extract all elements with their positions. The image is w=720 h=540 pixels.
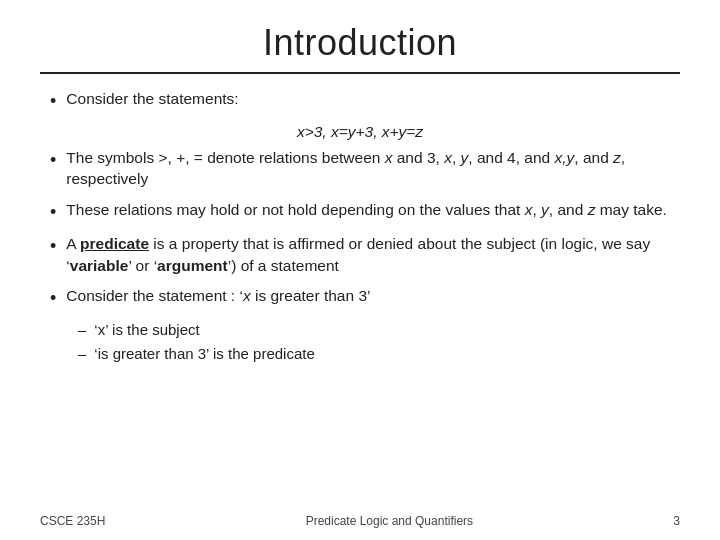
bullet-item-4: • A predicate is a property that is affi… <box>50 233 670 276</box>
slide-title: Introduction <box>263 22 457 63</box>
bullet-item-2: • The symbols >, +, = denote relations b… <box>50 147 670 190</box>
footer-right: 3 <box>673 514 680 528</box>
slide: Introduction • Consider the statements: … <box>0 0 720 540</box>
bullet-dot-1: • <box>50 89 56 114</box>
bullet-text-4: A predicate is a property that is affirm… <box>66 233 670 276</box>
bullet-text-3: These relations may hold or not hold dep… <box>66 199 667 220</box>
footer-left: CSCE 235H <box>40 514 105 528</box>
bullet-dot-3: • <box>50 200 56 225</box>
sub-dash-1: – <box>78 320 86 341</box>
bullet-item-1: • Consider the statements: <box>50 88 670 114</box>
bullet-dot-5: • <box>50 286 56 311</box>
bullet-item-5: • Consider the statement : ‘x is greater… <box>50 285 670 311</box>
sub-bullet-text-2: ‘is greater than 3’ is the predicate <box>94 344 314 365</box>
bullet-text-5: Consider the statement : ‘x is greater t… <box>66 285 370 306</box>
sub-bullet-1: – ‘x’ is the subject <box>50 320 670 341</box>
title-area: Introduction <box>40 0 680 74</box>
bullet-text-2: The symbols >, +, = denote relations bet… <box>66 147 670 190</box>
center-formula: x>3, x=y+3, x+y=z <box>50 123 670 141</box>
bullet-text-1: Consider the statements: <box>66 88 238 109</box>
sub-bullet-2: – ‘is greater than 3’ is the predicate <box>50 344 670 365</box>
content-area: • Consider the statements: x>3, x=y+3, x… <box>40 88 680 510</box>
sub-bullet-text-1: ‘x’ is the subject <box>94 320 199 341</box>
footer-center: Predicate Logic and Quantifiers <box>105 514 673 528</box>
footer: CSCE 235H Predicate Logic and Quantifier… <box>40 510 680 530</box>
bullet-item-3: • These relations may hold or not hold d… <box>50 199 670 225</box>
bullet1-text: Consider the statements: <box>66 90 238 107</box>
sub-dash-2: – <box>78 344 86 365</box>
bullet-dot-2: • <box>50 148 56 173</box>
bullet-dot-4: • <box>50 234 56 259</box>
